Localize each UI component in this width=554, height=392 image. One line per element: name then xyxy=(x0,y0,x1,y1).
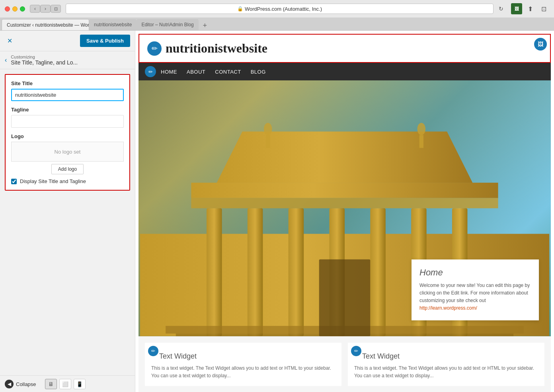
site-header: ✏ nutritionistwebsite xyxy=(139,35,550,62)
browser-titlebar: ‹ › ⊡ 🔒 WordPress.com (Automattic, Inc.)… xyxy=(0,0,554,18)
svg-point-14 xyxy=(264,123,272,135)
traffic-lights xyxy=(5,6,25,12)
collapse-button[interactable]: ◀ Collapse xyxy=(5,380,36,388)
back-button[interactable]: ‹ xyxy=(30,5,40,13)
header-edit-icon[interactable]: 🖼 xyxy=(534,38,547,51)
ssl-lock-icon: 🔒 xyxy=(237,6,243,12)
widget-1-pencil-icon: ✏ xyxy=(151,348,155,354)
nav-item-blog[interactable]: BLOG xyxy=(251,69,266,75)
address-bar[interactable]: 🔒 WordPress.com (Automattic, Inc.) xyxy=(66,4,494,14)
svg-rect-18 xyxy=(319,259,371,336)
widgets-area: ✏ Text Widget This is a text widget. The… xyxy=(138,336,551,392)
add-logo-button[interactable]: Add logo xyxy=(51,164,84,174)
widget-card-1: ✏ Text Widget This is a text widget. The… xyxy=(145,343,341,386)
preview-panel: ✏ nutritionistwebsite 🖼 ✏ HOME ABOUT CON… xyxy=(135,31,554,392)
tab-nutritionist[interactable]: nutritionistwebsite xyxy=(89,19,137,30)
hero-area: Home Welcome to your new site! You can e… xyxy=(138,80,551,336)
close-customizer-button[interactable]: ✕ xyxy=(5,36,14,46)
customizer-form-section: Site Title Tagline Logo No logo set Add … xyxy=(5,74,130,191)
svg-rect-9 xyxy=(370,208,386,336)
logo-section: No logo set Add logo xyxy=(11,142,124,174)
widget-2-title: Text Widget xyxy=(362,352,538,361)
browser-actions: 🖼 ⬆ ⊡ xyxy=(511,3,549,14)
site-title-display: nutritionistwebsite xyxy=(166,41,267,56)
minimize-window-button[interactable] xyxy=(12,6,18,12)
tablet-device-button[interactable]: ⬜ xyxy=(59,379,71,389)
svg-rect-5 xyxy=(207,208,222,336)
site-title-label: Site Title xyxy=(11,80,124,86)
desktop-device-button[interactable]: 🖥 xyxy=(45,379,57,389)
refresh-button[interactable]: ↻ xyxy=(496,5,506,13)
widget-1-edit-icon[interactable]: ✏ xyxy=(148,346,158,356)
collapse-icon: ◀ xyxy=(5,380,14,388)
customizer-section-title: Site Title, Tagline, and Lo... xyxy=(11,59,78,66)
nav-pencil-icon: ✏ xyxy=(148,69,153,75)
collapse-label: Collapse xyxy=(16,381,36,387)
browser-chrome: ‹ › ⊡ 🔒 WordPress.com (Automattic, Inc.)… xyxy=(0,0,554,31)
tab-customizer-label: Customizer ‹ nutritionistwebsite — WordP… xyxy=(7,22,89,28)
svg-rect-15 xyxy=(266,135,270,148)
display-title-tagline-checkbox[interactable] xyxy=(11,179,17,184)
customizer-breadcrumb: Customizing xyxy=(11,55,78,59)
logo-preview: No logo set xyxy=(11,142,124,162)
hero-text-box: Home Welcome to your new site! You can e… xyxy=(412,259,539,320)
svg-rect-7 xyxy=(289,208,304,336)
logo-label: Logo xyxy=(11,133,124,139)
preview-device-buttons: 🖥 ⬜ 📱 xyxy=(45,379,86,389)
tab-editor-label: Editor – NutriAdmin Blog xyxy=(141,22,193,27)
widget-2-edit-icon[interactable]: ✏ xyxy=(351,346,361,356)
main-container: ✕ Save & Publish ‹ Customizing Site Titl… xyxy=(0,31,554,392)
site-logo-pencil-icon: ✏ xyxy=(152,44,158,53)
nav-edit-icon[interactable]: ✏ xyxy=(145,66,156,77)
customizer-bottom: ◀ Collapse 🖥 ⬜ 📱 xyxy=(0,375,135,392)
add-tab-button[interactable]: + xyxy=(200,21,210,30)
tab-nutritionist-label: nutritionistwebsite xyxy=(94,22,132,27)
widget-card-2: ✏ Text Widget This is a text widget. The… xyxy=(348,343,544,386)
svg-point-16 xyxy=(417,123,426,135)
nav-item-contact[interactable]: CONTACT xyxy=(215,69,241,75)
back-arrow-button[interactable]: ‹ xyxy=(5,57,7,64)
tagline-input[interactable] xyxy=(11,115,124,128)
nav-item-home[interactable]: HOME xyxy=(161,69,177,75)
share-button[interactable]: ⬆ xyxy=(525,4,536,14)
widget-2-text: This is a text widget. The Text Widget a… xyxy=(354,365,538,380)
site-header-highlight: ✏ nutritionistwebsite 🖼 xyxy=(138,34,551,63)
svg-rect-4 xyxy=(191,198,498,209)
forward-button[interactable]: › xyxy=(40,5,51,13)
hero-box-text: Welcome to your new site! You can edit t… xyxy=(419,282,531,312)
close-window-button[interactable] xyxy=(5,6,10,12)
mobile-device-button[interactable]: 📱 xyxy=(74,379,86,389)
no-logo-text: No logo set xyxy=(55,149,81,155)
site-nav: ✏ HOME ABOUT CONTACT BLOG xyxy=(138,63,551,80)
widget-1-title: Text Widget xyxy=(159,352,335,361)
tagline-label: Tagline xyxy=(11,107,124,113)
profile-icon[interactable]: 🖼 xyxy=(511,3,522,14)
site-logo-icon: ✏ xyxy=(147,41,162,56)
display-title-tagline-label: Display Site Title and Tagline xyxy=(20,178,86,184)
maximize-window-button[interactable] xyxy=(20,6,25,12)
save-publish-button[interactable]: Save & Publish xyxy=(80,35,130,47)
widget-2-pencil-icon: ✏ xyxy=(354,348,358,354)
svg-rect-3 xyxy=(191,183,498,198)
hero-box-link[interactable]: http://learn.wordpress.com/ xyxy=(419,305,477,311)
svg-marker-2 xyxy=(217,132,473,183)
website-preview: ✏ nutritionistwebsite 🖼 ✏ HOME ABOUT CON… xyxy=(135,31,554,392)
browser-tabs: Customizer ‹ nutritionistwebsite — WordP… xyxy=(0,18,554,30)
header-edit-pencil-icon: 🖼 xyxy=(538,41,543,47)
url-text: WordPress.com (Automattic, Inc.) xyxy=(245,6,322,12)
svg-rect-17 xyxy=(419,135,423,148)
tab-editor[interactable]: Editor – NutriAdmin Blog xyxy=(137,19,198,30)
hero-box-title: Home xyxy=(419,267,531,278)
nav-item-about[interactable]: ABOUT xyxy=(187,69,205,75)
window-button[interactable]: ⊡ xyxy=(51,5,61,13)
panel-spacer xyxy=(0,195,135,375)
widget-1-text: This is a text widget. The Text Widget a… xyxy=(151,365,335,380)
tab-customizer[interactable]: Customizer ‹ nutritionistwebsite — WordP… xyxy=(2,19,89,30)
svg-rect-6 xyxy=(248,208,263,336)
customizer-header: ✕ Save & Publish xyxy=(0,31,135,51)
customizer-panel: ✕ Save & Publish ‹ Customizing Site Titl… xyxy=(0,31,135,392)
fullscreen-button[interactable]: ⊡ xyxy=(538,4,549,14)
site-title-input[interactable] xyxy=(11,89,124,101)
display-checkbox-row: Display Site Title and Tagline xyxy=(11,178,124,184)
customizer-back: ‹ Customizing Site Title, Tagline, and L… xyxy=(0,51,135,69)
